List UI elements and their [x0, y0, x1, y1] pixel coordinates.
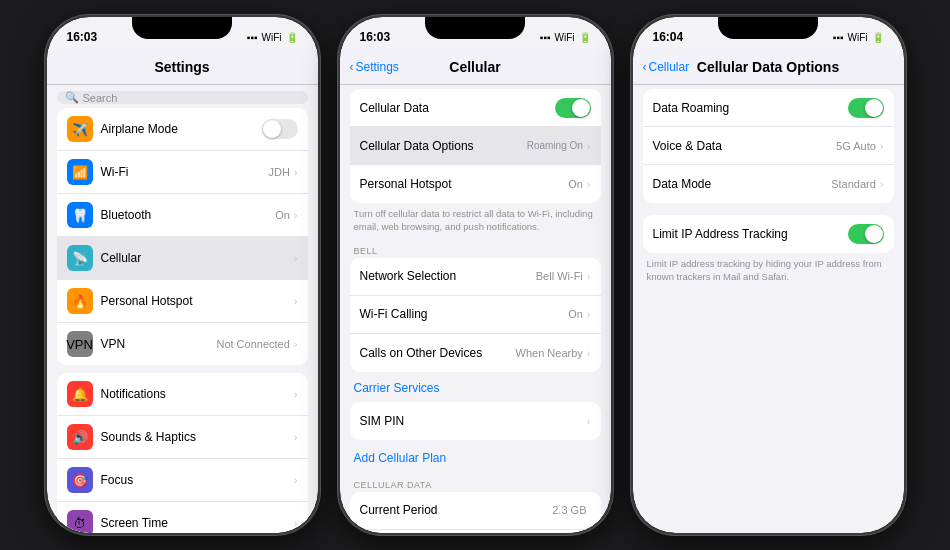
nav-back-3[interactable]: ‹ Cellular: [643, 60, 690, 74]
cellular-data-options-value: Roaming On: [527, 140, 583, 151]
vpn-icon: VPN: [67, 331, 93, 357]
status-icons-3: ▪▪▪ WiFi 🔋: [833, 32, 884, 43]
row-wifi-calling[interactable]: Wi-Fi Calling On ›: [350, 296, 601, 334]
wifi-calling-value: On: [568, 308, 583, 320]
airplane-label: Airplane Mode: [101, 122, 262, 136]
row-data-mode[interactable]: Data Mode Standard ›: [643, 165, 894, 203]
status-time-3: 16:04: [653, 30, 684, 44]
nav-bar-3: ‹ Cellular Cellular Data Options: [633, 49, 904, 85]
row-screen-time[interactable]: ⏱ Screen Time ›: [57, 502, 308, 533]
row-bluetooth[interactable]: 🦷 Bluetooth On ›: [57, 194, 308, 237]
row-limit-ip[interactable]: Limit IP Address Tracking: [643, 215, 894, 253]
voice-data-value: 5G Auto: [836, 140, 876, 152]
data-mode-label: Data Mode: [653, 177, 832, 191]
data-roaming-label: Data Roaming: [653, 101, 848, 115]
section-group-notifications: 🔔 Notifications › 🔊 Sounds & Haptics › 🎯…: [47, 373, 318, 533]
cellular-label: Cellular: [101, 251, 294, 265]
wifi-icon-2: WiFi: [555, 32, 575, 43]
wifi-label: Wi-Fi: [101, 165, 269, 179]
row-wifi[interactable]: 📶 Wi-Fi JDH ›: [57, 151, 308, 194]
row-sounds[interactable]: 🔊 Sounds & Haptics ›: [57, 416, 308, 459]
row-voice-data[interactable]: Voice & Data 5G Auto ›: [643, 127, 894, 165]
scroll-content-3: Data Roaming Voice & Data 5G Auto › Data…: [633, 85, 904, 533]
focus-chevron: ›: [294, 474, 298, 486]
airplane-toggle[interactable]: [262, 119, 298, 139]
carrier-services-link[interactable]: Carrier Services: [354, 381, 440, 395]
back-label-2: Settings: [356, 60, 399, 74]
cellular-icon: 📡: [67, 245, 93, 271]
row-focus[interactable]: 🎯 Focus ›: [57, 459, 308, 502]
row-cellular[interactable]: 📡 Cellular ›: [57, 237, 308, 280]
data-options-top-group: Data Roaming Voice & Data 5G Auto › Data…: [633, 89, 904, 203]
row-cellular-data[interactable]: Cellular Data: [350, 89, 601, 127]
sim-card: SIM PIN ›: [350, 402, 601, 440]
notch-1: [132, 17, 232, 39]
row-cellular-data-options[interactable]: Cellular Data Options Roaming On ›: [350, 127, 601, 165]
cellular-data-section: CELLULAR DATA Current Period 2.3 GB Curr…: [340, 474, 611, 533]
nav-back-2[interactable]: ‹ Settings: [350, 60, 399, 74]
network-selection-label: Network Selection: [360, 269, 536, 283]
row-sim-pin[interactable]: SIM PIN ›: [350, 402, 601, 440]
add-plan-container: Add Cellular Plan: [340, 440, 611, 474]
sim-pin-chevron: ›: [587, 415, 591, 427]
personal-hotspot-label: Personal Hotspot: [360, 177, 569, 191]
notifications-chevron: ›: [294, 388, 298, 400]
bell-section: BELL Network Selection Bell Wi-Fi › Wi-F…: [340, 240, 611, 372]
calls-other-devices-label: Calls on Other Devices: [360, 346, 516, 360]
screen-time-chevron: ›: [294, 517, 298, 529]
phone-2-screen: 16:03 ▪▪▪ WiFi 🔋 ‹ Settings Cellular Cel…: [340, 17, 611, 533]
row-notifications[interactable]: 🔔 Notifications ›: [57, 373, 308, 416]
row-airplane-mode[interactable]: ✈️ Airplane Mode: [57, 108, 308, 151]
phone-3-screen: 16:04 ▪▪▪ WiFi 🔋 ‹ Cellular Cellular Dat…: [633, 17, 904, 533]
row-vpn[interactable]: VPN VPN Not Connected ›: [57, 323, 308, 365]
search-bar-1[interactable]: 🔍 Search: [57, 91, 308, 104]
nav-title-1: Settings: [154, 59, 209, 75]
settings-card-network: ✈️ Airplane Mode 📶 Wi-Fi JDH › 🦷 Bluetoo…: [57, 108, 308, 365]
row-calls-other-devices[interactable]: Calls on Other Devices When Nearby ›: [350, 334, 601, 372]
signal-icon: ▪▪▪: [247, 32, 258, 43]
cellular-data-toggle[interactable]: [555, 98, 591, 118]
cellular-data-card: Current Period 2.3 GB Current Period Roa…: [350, 492, 601, 533]
bluetooth-label: Bluetooth: [101, 208, 276, 222]
wifi-calling-chevron: ›: [587, 308, 591, 320]
add-cellular-plan-link[interactable]: Add Cellular Plan: [354, 451, 447, 465]
sim-pin-label: SIM PIN: [360, 414, 587, 428]
data-options-card-1: Data Roaming Voice & Data 5G Auto › Data…: [643, 89, 894, 203]
cellular-data-options-label: Cellular Data Options: [360, 139, 527, 153]
battery-icon-3: 🔋: [872, 32, 884, 43]
calls-other-devices-chevron: ›: [587, 347, 591, 359]
sounds-label: Sounds & Haptics: [101, 430, 294, 444]
scroll-content-2: Cellular Data Cellular Data Options Roam…: [340, 85, 611, 533]
row-network-selection[interactable]: Network Selection Bell Wi-Fi ›: [350, 258, 601, 296]
status-icons-1: ▪▪▪ WiFi 🔋: [247, 32, 298, 43]
nav-bar-2: ‹ Settings Cellular: [340, 49, 611, 85]
wifi-settings-icon: 📶: [67, 159, 93, 185]
cellular-data-options-chevron: ›: [587, 140, 591, 152]
phone-3: 16:04 ▪▪▪ WiFi 🔋 ‹ Cellular Cellular Dat…: [631, 15, 906, 535]
limit-ip-label: Limit IP Address Tracking: [653, 227, 848, 241]
ip-tracking-card: Limit IP Address Tracking: [643, 215, 894, 253]
back-chevron-2: ‹: [350, 60, 354, 74]
row-data-roaming[interactable]: Data Roaming: [643, 89, 894, 127]
wifi-value: JDH: [268, 166, 289, 178]
cellular-desc-text: Turn off cellular data to restrict all d…: [340, 203, 611, 240]
nav-title-3: Cellular Data Options: [697, 59, 839, 75]
row-personal-hotspot[interactable]: Personal Hotspot On ›: [350, 165, 601, 203]
cellular-data-header: CELLULAR DATA: [340, 474, 611, 492]
back-label-3: Cellular: [649, 60, 690, 74]
data-roaming-toggle[interactable]: [848, 98, 884, 118]
search-placeholder: Search: [83, 92, 118, 104]
focus-label: Focus: [101, 473, 294, 487]
phone-1-screen: 16:03 ▪▪▪ WiFi 🔋 Settings 🔍 Search ✈️: [47, 17, 318, 533]
limit-ip-toggle[interactable]: [848, 224, 884, 244]
cellular-chevron: ›: [294, 252, 298, 264]
search-icon: 🔍: [65, 91, 79, 104]
phone-2: 16:03 ▪▪▪ WiFi 🔋 ‹ Settings Cellular Cel…: [338, 15, 613, 535]
cellular-data-label: Cellular Data: [360, 101, 555, 115]
screen-time-label: Screen Time: [101, 516, 294, 530]
notifications-icon: 🔔: [67, 381, 93, 407]
row-hotspot[interactable]: 🔥 Personal Hotspot ›: [57, 280, 308, 323]
battery-icon-2: 🔋: [579, 32, 591, 43]
sim-pin-section: SIM PIN ›: [340, 402, 611, 440]
voice-data-label: Voice & Data: [653, 139, 837, 153]
